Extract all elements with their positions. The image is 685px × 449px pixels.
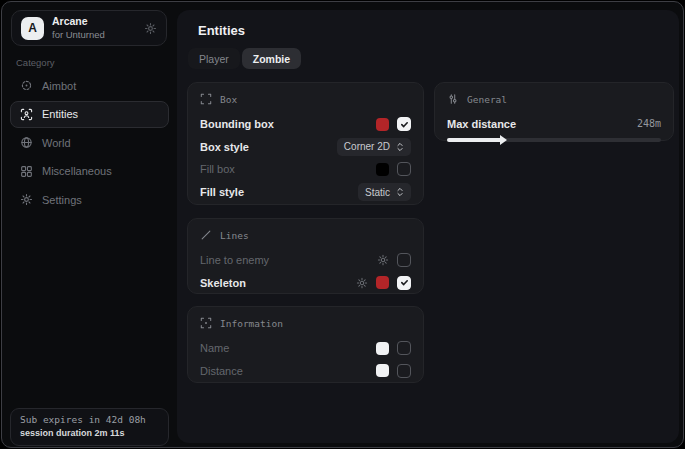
setting-label: Distance: [200, 365, 243, 377]
lines-card-header: Lines: [200, 227, 411, 243]
app-window: A Arcane for Unturned Category Aimbot: [1, 1, 684, 448]
setting-row-fill-box: Fill box: [200, 158, 411, 181]
sidebar-item-entities[interactable]: Entities: [10, 101, 169, 128]
crosshair-icon: [20, 79, 33, 92]
chevron-updown-icon: [396, 187, 404, 197]
max-distance-slider[interactable]: [447, 138, 661, 142]
color-swatch[interactable]: [376, 364, 389, 377]
brand-card: A Arcane for Unturned: [11, 10, 167, 46]
checkbox-unchecked[interactable]: [397, 162, 411, 176]
sidebar-item-label: Aimbot: [42, 80, 76, 92]
general-card-title: General: [467, 94, 507, 105]
color-swatch[interactable]: [376, 276, 389, 289]
box-card-header: Box: [200, 91, 411, 107]
color-swatch[interactable]: [376, 118, 389, 131]
checkbox-unchecked[interactable]: [397, 364, 411, 378]
box-card-title: Box: [220, 94, 237, 105]
lines-card: Lines Line to enemy Skeleton: [187, 218, 424, 294]
sub-expires-text: Sub expires in 42d 08h: [20, 414, 159, 425]
gear-icon[interactable]: [144, 22, 157, 35]
lines-card-title: Lines: [220, 230, 249, 241]
app-logo: A: [21, 17, 44, 40]
sidebar-item-label: Entities: [42, 108, 78, 120]
tab-zombie[interactable]: Zombie: [242, 48, 301, 69]
checkbox-unchecked[interactable]: [397, 341, 411, 355]
sidebar: A Arcane for Unturned Category Aimbot: [2, 2, 177, 447]
sidebar-item-miscellaneous[interactable]: Miscellaneous: [10, 158, 169, 185]
general-card-header: General: [447, 91, 661, 107]
sliders-icon: [447, 93, 459, 105]
slider-value: 248m: [637, 118, 661, 129]
gear-icon[interactable]: [377, 254, 389, 266]
setting-row-name: Name: [200, 337, 411, 360]
color-swatch[interactable]: [376, 163, 389, 176]
main-panel: Entities Player Zombie Box Bounding box: [177, 10, 679, 443]
information-card-title: Information: [220, 318, 283, 329]
setting-row-fill-style: Fill style Static: [200, 181, 411, 204]
setting-row-distance: Distance: [200, 360, 411, 383]
setting-row-box-style: Box style Corner 2D: [200, 136, 411, 159]
app-subtitle: for Unturned: [52, 30, 105, 40]
scan-icon: [200, 317, 212, 329]
setting-label: Max distance: [447, 118, 516, 130]
setting-row-skeleton: Skeleton: [200, 272, 411, 295]
gear-icon: [20, 193, 33, 206]
setting-label: Bounding box: [200, 118, 274, 130]
setting-row-max-distance: Max distance 248m: [447, 113, 661, 134]
dropdown-value: Static: [365, 187, 390, 198]
slider-thumb[interactable]: [500, 135, 507, 145]
setting-row-bounding-box: Bounding box: [200, 113, 411, 136]
diagonal-line-icon: [200, 229, 212, 241]
sidebar-item-world[interactable]: World: [10, 129, 169, 156]
sidebar-item-label: World: [42, 137, 71, 149]
box-style-dropdown[interactable]: Corner 2D: [337, 138, 411, 156]
gear-icon[interactable]: [356, 277, 368, 289]
checkbox-checked[interactable]: [397, 276, 411, 290]
chevron-updown-icon: [396, 142, 404, 152]
sidebar-item-label: Miscellaneous: [42, 165, 112, 177]
checkbox-checked[interactable]: [397, 117, 411, 131]
entity-scan-icon: [20, 108, 33, 121]
setting-label: Box style: [200, 141, 249, 153]
information-card-header: Information: [200, 315, 411, 331]
dropdown-value: Corner 2D: [344, 141, 390, 152]
setting-label: Fill style: [200, 186, 244, 198]
setting-label: Line to enemy: [200, 254, 269, 266]
box-card: Box Bounding box Box style Corner 2D: [187, 82, 424, 205]
sidebar-item-label: Settings: [42, 194, 82, 206]
slider-fill: [447, 138, 501, 142]
globe-icon: [20, 136, 33, 149]
subscription-card: Sub expires in 42d 08h session duration …: [10, 408, 169, 446]
page-title: Entities: [198, 23, 245, 38]
sidebar-item-settings[interactable]: Settings: [10, 186, 169, 213]
bounding-box-icon: [200, 93, 212, 105]
sidebar-nav: Aimbot Entities World Miscellaneous: [10, 72, 169, 215]
sidebar-item-aimbot[interactable]: Aimbot: [10, 72, 169, 99]
information-card: Information Name Distance: [187, 306, 424, 383]
app-title: Arcane: [52, 16, 105, 28]
setting-label: Name: [200, 342, 229, 354]
category-label: Category: [16, 57, 55, 68]
color-swatch[interactable]: [376, 342, 389, 355]
grid-icon: [20, 165, 33, 178]
session-duration-text: session duration 2m 11s: [20, 428, 159, 438]
setting-label: Fill box: [200, 163, 235, 175]
tab-bar: Player Zombie: [188, 48, 301, 69]
fill-style-dropdown[interactable]: Static: [358, 183, 411, 201]
general-card: General Max distance 248m: [434, 82, 674, 141]
setting-row-line-to-enemy: Line to enemy: [200, 249, 411, 272]
checkbox-unchecked[interactable]: [397, 253, 411, 267]
tab-player[interactable]: Player: [188, 48, 240, 69]
setting-label: Skeleton: [200, 277, 246, 289]
